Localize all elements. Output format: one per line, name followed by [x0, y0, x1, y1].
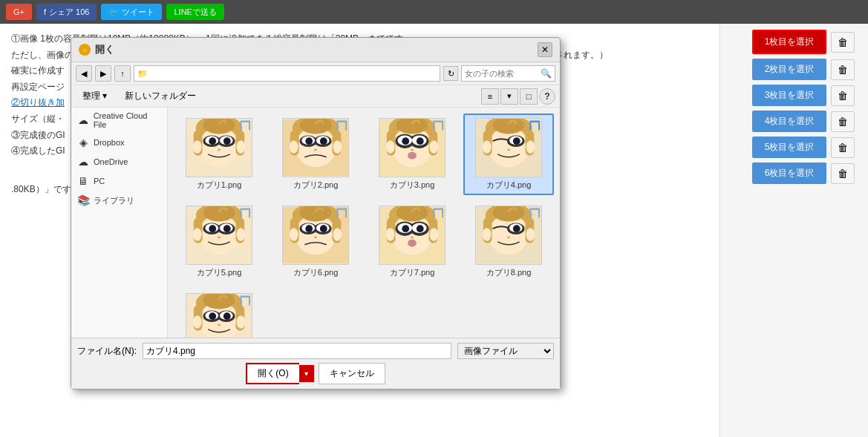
- svg-point-127: [209, 312, 216, 320]
- panel-item-pc[interactable]: 🖥PC: [71, 171, 167, 191]
- svg-point-21: [333, 140, 342, 154]
- path-input[interactable]: [148, 69, 437, 78]
- line-label: LINEで送る: [174, 7, 216, 18]
- svg-point-99: [402, 225, 409, 232]
- file-item-1[interactable]: カブリ1.png: [174, 114, 264, 195]
- facebook-share-button[interactable]: f シェア 106: [36, 4, 97, 20]
- delete-btn-2[interactable]: 🗑: [831, 59, 855, 80]
- svg-point-85: [320, 225, 327, 232]
- forward-button[interactable]: ▶: [95, 65, 111, 82]
- svg-point-64: [236, 228, 245, 241]
- view-details-button[interactable]: □: [520, 88, 538, 105]
- delete-btn-5[interactable]: 🗑: [831, 137, 855, 158]
- svg-point-41: [402, 137, 409, 145]
- file-name-8: カブリ8.png: [486, 267, 532, 278]
- delete-btn-6[interactable]: 🗑: [831, 163, 855, 184]
- file-thumb-3: [379, 118, 446, 177]
- delete-btn-1[interactable]: 🗑: [831, 32, 855, 53]
- file-name-3: カブリ3.png: [390, 180, 435, 191]
- file-name-1: カブリ1.png: [197, 180, 242, 191]
- svg-point-101: [408, 240, 417, 247]
- file-thumb-7: [379, 206, 446, 265]
- help-button[interactable]: ?: [539, 88, 555, 105]
- svg-point-114: [507, 236, 510, 238]
- open-btn-container: 開く(O) ▾: [246, 363, 313, 384]
- svg-point-122: [236, 315, 245, 329]
- svg-point-121: [193, 315, 202, 329]
- folder-icon: 📁: [137, 69, 148, 79]
- svg-point-52: [526, 140, 535, 154]
- search-input[interactable]: [465, 69, 539, 78]
- nav-bar: ◀ ▶ ↑ 📁 ↻ 🔍: [71, 62, 560, 85]
- file-thumb-8: [475, 206, 542, 265]
- panel-item-cc[interactable]: ☁Creative Cloud File: [71, 108, 167, 133]
- file-item-9[interactable]: カブリ9.png: [174, 289, 264, 338]
- dialog-titlebar: ○ 開く ✕: [71, 38, 560, 62]
- pc-icon: 🖥: [77, 175, 89, 187]
- select-btn-6[interactable]: 6枚目を選択: [752, 162, 826, 184]
- select-btn-2[interactable]: 2枚目を選択: [752, 59, 826, 80]
- svg-point-26: [305, 137, 313, 145]
- google-icon: G+: [13, 7, 25, 16]
- bottom-row1: ファイル名(N): 画像ファイル: [77, 343, 554, 359]
- select-btn-3[interactable]: 3枚目を選択: [752, 85, 826, 106]
- svg-point-78: [290, 228, 298, 241]
- cancel-button[interactable]: キャンセル: [319, 363, 385, 384]
- dialog-close-button[interactable]: ✕: [538, 42, 552, 57]
- filename-label: ファイル名(N):: [77, 345, 137, 358]
- file-name-2: カブリ2.png: [293, 180, 339, 191]
- filename-input[interactable]: [143, 343, 451, 359]
- dialog-bottom: ファイル名(N): 画像ファイル 開く(O) ▾ キャンセル: [71, 338, 560, 389]
- svg-point-63: [193, 228, 202, 241]
- svg-point-44: [411, 148, 414, 151]
- panel-item-lib[interactable]: 📚ライブラリ: [71, 191, 167, 210]
- file-item-5[interactable]: カブリ5.png: [174, 201, 264, 283]
- select-btn-1[interactable]: 1枚目を選択: [752, 30, 826, 54]
- organize-button[interactable]: 整理 ▾: [76, 88, 114, 105]
- twitter-button[interactable]: 🐦 ツイート: [101, 4, 162, 20]
- file-item-2[interactable]: カブリ2.png: [270, 114, 361, 195]
- twitter-icon: 🐦: [108, 7, 119, 17]
- dialog-app-icon: ○: [79, 44, 91, 56]
- open-button[interactable]: 開く(O): [246, 363, 298, 384]
- svg-point-94: [429, 228, 438, 241]
- view-grid-button[interactable]: ▾: [500, 88, 518, 105]
- file-thumb-2: [282, 118, 349, 177]
- svg-point-55: [513, 137, 521, 145]
- svg-point-102: [411, 236, 414, 238]
- file-thumb-6: [282, 206, 349, 265]
- google-plus-button[interactable]: G+: [6, 4, 32, 20]
- svg-point-12: [223, 137, 231, 145]
- file-item-7[interactable]: カブリ7.png: [367, 201, 457, 283]
- new-folder-button[interactable]: 新しいフォルダー: [118, 88, 203, 105]
- file-item-8[interactable]: カブリ8.png: [463, 201, 554, 283]
- refresh-button[interactable]: ↻: [443, 66, 458, 81]
- line-button[interactable]: LINEで送る: [166, 4, 223, 20]
- file-item-6[interactable]: カブリ6.png: [270, 201, 361, 283]
- search-icon: 🔍: [541, 68, 552, 79]
- panel-item-onedrive[interactable]: ☁OneDrive: [71, 152, 167, 171]
- svg-point-93: [386, 228, 395, 241]
- file-item-3[interactable]: カブリ3.png: [367, 114, 457, 195]
- lib-icon: 📚: [77, 194, 89, 206]
- select-btn-4[interactable]: 4枚目を選択: [752, 111, 826, 132]
- view-list-button[interactable]: ≡: [481, 88, 499, 105]
- sidebar-row-4: 4枚目を選択🗑: [726, 111, 862, 132]
- bottom-row2: 開く(O) ▾ キャンセル: [77, 363, 554, 384]
- svg-point-11: [209, 137, 216, 145]
- dropbox-icon: ◈: [77, 137, 89, 148]
- tweet-label: ツイート: [122, 7, 154, 18]
- file-item-4[interactable]: カブリ4.png: [463, 114, 554, 195]
- cut-link[interactable]: ②切り抜き加: [11, 97, 65, 108]
- filetype-select[interactable]: 画像ファイル: [457, 343, 554, 359]
- panel-item-dropbox[interactable]: ◈Dropbox: [71, 133, 167, 152]
- select-btn-5[interactable]: 5枚目を選択: [752, 137, 826, 158]
- file-grid: カブリ1.png カブリ2.png: [168, 108, 560, 338]
- delete-btn-3[interactable]: 🗑: [831, 85, 855, 106]
- file-name-6: カブリ6.png: [293, 267, 339, 278]
- delete-btn-4[interactable]: 🗑: [831, 111, 855, 132]
- back-button[interactable]: ◀: [76, 65, 92, 82]
- svg-point-129: [218, 323, 221, 326]
- up-button[interactable]: ↑: [114, 65, 131, 82]
- open-dropdown-button[interactable]: ▾: [299, 365, 314, 382]
